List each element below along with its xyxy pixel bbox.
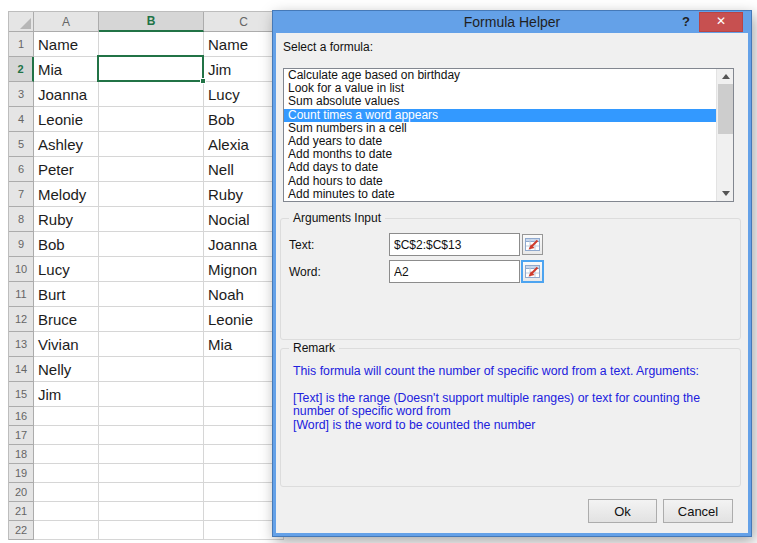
dialog-titlebar[interactable]: Formula Helper ? ✕ — [273, 11, 751, 33]
row-header-7[interactable]: 7 — [9, 182, 34, 207]
scrollbar-thumb[interactable] — [718, 84, 733, 134]
cell-B3[interactable] — [99, 82, 204, 107]
formula-list-item[interactable]: Add hours to date — [284, 175, 733, 188]
cell-A3[interactable]: Joanna — [34, 82, 99, 107]
row-header-19[interactable]: 19 — [9, 464, 34, 483]
cell-B6[interactable] — [99, 157, 204, 182]
cell-A7[interactable]: Melody — [34, 182, 99, 207]
screen: ABC1NameName2MiaJim3JoannaLucy4LeonieBob… — [0, 0, 757, 543]
formula-listbox[interactable]: Calculate age based on birthdayLook for … — [283, 68, 734, 202]
row-header-22[interactable]: 22 — [9, 521, 34, 540]
selected-cell-B2[interactable] — [97, 55, 204, 82]
ok-button[interactable]: Ok — [588, 499, 657, 523]
cell-A4[interactable]: Leonie — [34, 107, 99, 132]
cell-B18[interactable] — [99, 445, 204, 464]
row-header-16[interactable]: 16 — [9, 407, 34, 426]
close-button[interactable]: ✕ — [699, 12, 743, 32]
cell-B16[interactable] — [99, 407, 204, 426]
cell-B20[interactable] — [99, 483, 204, 502]
cell-A8[interactable]: Ruby — [34, 207, 99, 232]
cell-A5[interactable]: Ashley — [34, 132, 99, 157]
scroll-up-button[interactable] — [717, 69, 734, 84]
sheet-row-7: 7MelodyRuby — [9, 182, 284, 207]
cell-B12[interactable] — [99, 307, 204, 332]
cell-B15[interactable] — [99, 382, 204, 407]
cell-A10[interactable]: Lucy — [34, 257, 99, 282]
text-range-picker-button[interactable] — [522, 234, 543, 255]
formula-list-item[interactable]: Count times a word appears — [284, 109, 733, 122]
cell-A6[interactable]: Peter — [34, 157, 99, 182]
row-header-20[interactable]: 20 — [9, 483, 34, 502]
formula-list-item[interactable]: Add minutes to date — [284, 188, 733, 201]
fill-handle[interactable] — [200, 78, 206, 84]
row-header-6[interactable]: 6 — [9, 157, 34, 182]
text-field[interactable] — [389, 233, 520, 256]
cell-B17[interactable] — [99, 426, 204, 445]
row-header-11[interactable]: 11 — [9, 282, 34, 307]
cell-A18[interactable] — [34, 445, 99, 464]
row-header-21[interactable]: 21 — [9, 502, 34, 521]
column-header-B[interactable]: B — [99, 12, 204, 32]
sheet-row-16: 16 — [9, 407, 284, 426]
cell-A13[interactable]: Vivian — [34, 332, 99, 357]
cell-A1[interactable]: Name — [34, 32, 99, 57]
cell-B5[interactable] — [99, 132, 204, 157]
sheet-row-8: 8RubyNocial — [9, 207, 284, 232]
dialog-body: Select a formula: Calculate age based on… — [276, 33, 748, 533]
cell-A15[interactable]: Jim — [34, 382, 99, 407]
cell-B22[interactable] — [99, 521, 204, 540]
row-header-1[interactable]: 1 — [9, 32, 34, 57]
spreadsheet-grid: ABC1NameName2MiaJim3JoannaLucy4LeonieBob… — [8, 11, 284, 540]
cell-B13[interactable] — [99, 332, 204, 357]
cell-B4[interactable] — [99, 107, 204, 132]
word-range-picker-button[interactable] — [522, 261, 543, 282]
row-header-3[interactable]: 3 — [9, 82, 34, 107]
select-all-corner[interactable] — [9, 12, 34, 32]
sheet-row-18: 18 — [9, 445, 284, 464]
row-header-2[interactable]: 2 — [9, 57, 34, 82]
cancel-button[interactable]: Cancel — [663, 499, 733, 523]
row-header-15[interactable]: 15 — [9, 382, 34, 407]
cell-A19[interactable] — [34, 464, 99, 483]
list-scrollbar[interactable] — [716, 69, 733, 201]
cell-A12[interactable]: Bruce — [34, 307, 99, 332]
row-header-4[interactable]: 4 — [9, 107, 34, 132]
column-header-A[interactable]: A — [34, 12, 99, 32]
cell-A17[interactable] — [34, 426, 99, 445]
cell-B1[interactable] — [99, 32, 204, 57]
cell-A9[interactable]: Bob — [34, 232, 99, 257]
cell-B7[interactable] — [99, 182, 204, 207]
arguments-input-group-label: Arguments Input — [289, 211, 385, 225]
formula-list-item[interactable]: Add days to date — [284, 161, 733, 174]
sheet-row-20: 20 — [9, 483, 284, 502]
cell-B9[interactable] — [99, 232, 204, 257]
cell-A21[interactable] — [34, 502, 99, 521]
cell-B10[interactable] — [99, 257, 204, 282]
row-header-17[interactable]: 17 — [9, 426, 34, 445]
row-header-5[interactable]: 5 — [9, 132, 34, 157]
cell-A14[interactable]: Nelly — [34, 357, 99, 382]
sheet-row-19: 19 — [9, 464, 284, 483]
formula-list-item[interactable]: Sum absolute values — [284, 95, 733, 108]
cell-B21[interactable] — [99, 502, 204, 521]
cell-B11[interactable] — [99, 282, 204, 307]
cell-B19[interactable] — [99, 464, 204, 483]
row-header-18[interactable]: 18 — [9, 445, 34, 464]
row-header-13[interactable]: 13 — [9, 332, 34, 357]
word-field[interactable] — [389, 260, 520, 283]
cell-B8[interactable] — [99, 207, 204, 232]
cell-B14[interactable] — [99, 357, 204, 382]
cell-A22[interactable] — [34, 521, 99, 540]
formula-list-item[interactable]: Sum numbers in a cell — [284, 122, 733, 135]
row-header-12[interactable]: 12 — [9, 307, 34, 332]
row-header-8[interactable]: 8 — [9, 207, 34, 232]
cell-A2[interactable]: Mia — [34, 57, 99, 82]
row-header-10[interactable]: 10 — [9, 257, 34, 282]
cell-A11[interactable]: Burt — [34, 282, 99, 307]
help-button[interactable]: ? — [677, 11, 695, 33]
scroll-down-button[interactable] — [717, 186, 734, 201]
row-header-9[interactable]: 9 — [9, 232, 34, 257]
cell-A16[interactable] — [34, 407, 99, 426]
cell-A20[interactable] — [34, 483, 99, 502]
row-header-14[interactable]: 14 — [9, 357, 34, 382]
